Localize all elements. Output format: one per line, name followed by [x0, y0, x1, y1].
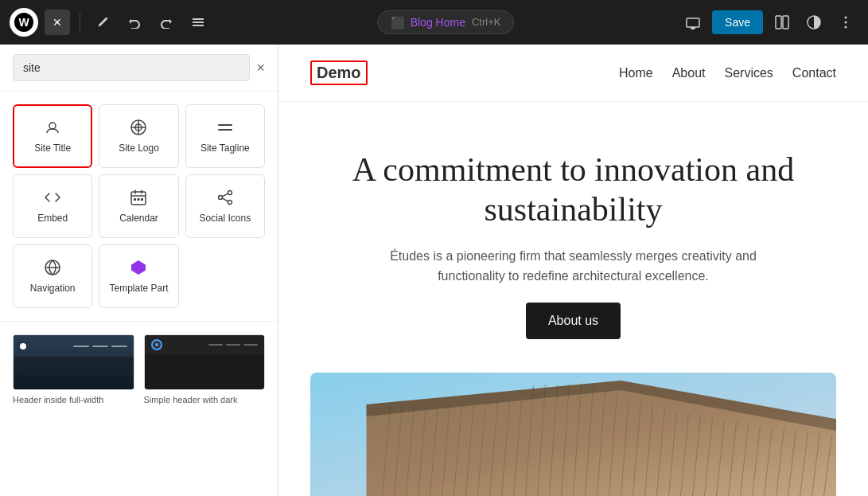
block-label-calendar: Calendar: [119, 213, 158, 224]
svg-rect-23: [134, 198, 136, 201]
svg-line-29: [222, 193, 228, 197]
svg-rect-4: [691, 27, 695, 29]
toolbar-right: Save: [680, 10, 858, 35]
block-item-social-icons[interactable]: Social Icons: [185, 174, 265, 238]
preview-panel: Demo Home About Services Contact A commi…: [278, 45, 868, 496]
wp-logo-icon: W: [18, 16, 29, 29]
site-nav: Home About Services Contact: [619, 66, 836, 80]
svg-rect-6: [776, 16, 781, 29]
block-item-site-title[interactable]: Site Title: [13, 104, 92, 168]
svg-rect-0: [193, 18, 204, 20]
svg-point-9: [845, 16, 847, 18]
close-button[interactable]: ✕: [45, 10, 70, 35]
hero-subtitle: Études is a pioneering firm that seamles…: [367, 246, 780, 287]
svg-point-10: [845, 21, 847, 23]
svg-rect-24: [138, 198, 140, 201]
undo-button[interactable]: [122, 10, 147, 35]
template-part-icon: [130, 259, 147, 276]
block-label-template-part: Template Part: [109, 283, 168, 294]
site-logo[interactable]: Demo: [310, 61, 368, 85]
site-title-icon: [44, 119, 61, 136]
edit-button[interactable]: [90, 10, 115, 35]
search-input[interactable]: [13, 54, 250, 81]
block-label-social-icons: Social Icons: [199, 213, 251, 224]
svg-rect-2: [193, 25, 204, 26]
svg-rect-7: [783, 16, 788, 29]
blog-home-label: Blog Home: [411, 16, 465, 29]
svg-point-27: [218, 196, 222, 200]
keyboard-shortcut: Ctrl+K: [472, 16, 500, 28]
about-us-button[interactable]: About us: [526, 303, 621, 339]
building-image: [310, 373, 836, 496]
social-icons-icon: [216, 189, 234, 206]
save-button[interactable]: Save: [712, 10, 763, 34]
nav-item-home[interactable]: Home: [619, 66, 653, 80]
blog-home-pill[interactable]: ⬛ Blog Home Ctrl+K: [377, 10, 515, 34]
svg-point-28: [228, 201, 232, 205]
preview-content: Demo Home About Services Contact A commi…: [278, 45, 868, 496]
wp-logo-button[interactable]: W: [10, 8, 38, 37]
blocks-grid: Site Title Site Logo: [0, 92, 278, 322]
block-item-site-logo[interactable]: Site Logo: [99, 104, 178, 168]
split-view-button[interactable]: [769, 10, 795, 35]
svg-rect-3: [687, 18, 699, 27]
embed-icon: [44, 189, 61, 206]
block-item-calendar[interactable]: Calendar: [99, 174, 178, 238]
blog-home-icon: ⬛: [391, 16, 404, 29]
toolbar-separator-1: [80, 13, 80, 32]
block-label-site-logo: Site Logo: [119, 143, 159, 154]
block-item-embed[interactable]: Embed: [13, 174, 92, 238]
redo-button[interactable]: [154, 10, 179, 35]
site-tagline-icon: [216, 119, 234, 136]
device-preview-button[interactable]: [680, 10, 706, 35]
block-item-site-tagline[interactable]: Site Tagline: [185, 104, 265, 168]
thumbnail-item-1[interactable]: Header inside full-width: [13, 334, 134, 404]
svg-rect-5: [691, 29, 695, 29]
site-logo-icon: [130, 119, 147, 136]
thumbnails-row: Header inside full-width: [13, 334, 265, 404]
thumbnails-section: Header inside full-width: [0, 322, 278, 417]
search-bar: ×: [0, 45, 278, 92]
block-label-navigation: Navigation: [30, 283, 76, 294]
thumbnail-caption-2: Simple header with dark: [144, 395, 266, 404]
more-options-button[interactable]: [833, 10, 858, 35]
svg-rect-25: [141, 198, 143, 201]
thumbnail-preview-1: [13, 334, 134, 390]
nav-item-about[interactable]: About: [672, 66, 706, 80]
svg-rect-1: [193, 21, 204, 23]
nav-item-contact[interactable]: Contact: [792, 66, 836, 80]
search-clear-button[interactable]: ×: [256, 60, 265, 76]
calendar-icon: [130, 189, 147, 206]
toolbar-center: ⬛ Blog Home Ctrl+K: [217, 10, 674, 34]
thumbnail-preview-2: [144, 334, 266, 390]
svg-point-26: [228, 191, 232, 195]
menu-button[interactable]: [185, 10, 211, 35]
top-toolbar: W ✕ ⬛ Blog Home Ctrl+K: [0, 0, 868, 45]
contrast-button[interactable]: [801, 10, 827, 35]
navigation-icon: [44, 259, 61, 276]
block-label-site-title: Site Title: [34, 143, 71, 154]
main-area: × Site Title: [0, 45, 868, 496]
block-item-navigation[interactable]: Navigation: [13, 244, 92, 308]
thumbnail-item-2[interactable]: Simple header with dark: [144, 334, 266, 404]
block-label-embed: Embed: [37, 213, 68, 224]
block-item-template-part[interactable]: Template Part: [99, 244, 178, 308]
nav-item-services[interactable]: Services: [725, 66, 773, 80]
left-panel: × Site Title: [0, 45, 278, 496]
svg-line-30: [222, 198, 228, 201]
building-section: [278, 373, 868, 496]
hero-section: A commitment to innovation and sustainab…: [278, 102, 868, 373]
hero-title: A commitment to innovation and sustainab…: [342, 150, 804, 230]
svg-point-12: [49, 123, 56, 129]
block-label-site-tagline: Site Tagline: [200, 143, 250, 154]
site-header: Demo Home About Services Contact: [278, 45, 868, 102]
thumbnail-caption-1: Header inside full-width: [13, 395, 134, 404]
svg-point-11: [845, 25, 847, 28]
svg-marker-33: [131, 260, 146, 275]
